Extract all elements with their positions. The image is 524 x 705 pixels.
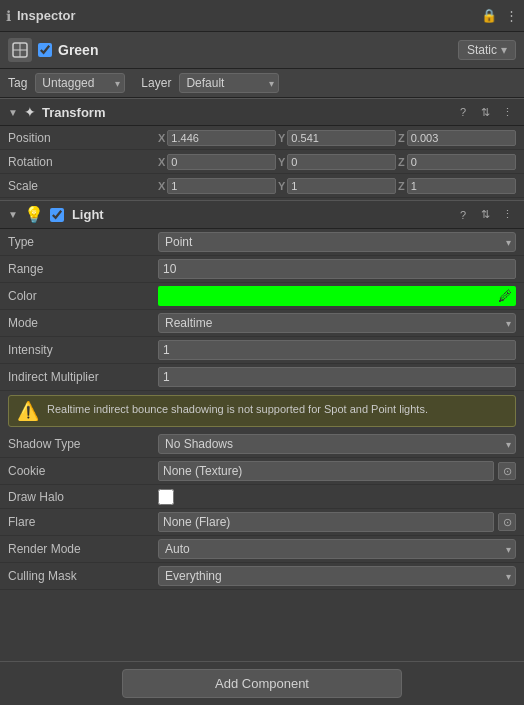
warning-box: ⚠️ Realtime indirect bounce shadowing is… <box>8 395 516 427</box>
position-x-label: X <box>158 132 165 144</box>
flare-input[interactable] <box>158 512 494 532</box>
transform-more-btn[interactable]: ⋮ <box>498 103 516 121</box>
layer-label: Layer <box>141 76 171 90</box>
position-z-input[interactable] <box>407 130 516 146</box>
light-color-label: Color <box>8 289 158 303</box>
tag-layer-row: Tag Untagged Layer Default <box>0 69 524 98</box>
cookie-row: Cookie ⊙ <box>0 458 524 485</box>
rotation-y-input[interactable] <box>287 154 396 170</box>
layer-dropdown[interactable]: Default <box>179 73 279 93</box>
culling-mask-dropdown[interactable]: Everything Nothing Default <box>158 566 516 586</box>
position-z-label: Z <box>398 132 405 144</box>
scale-y-input[interactable] <box>287 178 396 194</box>
flare-picker-btn[interactable]: ⊙ <box>498 513 516 531</box>
render-mode-dropdown-container: Auto Important Not Important <box>158 539 516 559</box>
rotation-values: X Y Z <box>158 154 516 170</box>
light-range-input[interactable] <box>158 259 516 279</box>
flare-row: Flare ⊙ <box>0 509 524 536</box>
position-y-input[interactable] <box>287 130 396 146</box>
tag-dropdown-container: Untagged <box>35 73 125 93</box>
scale-values: X Y Z <box>158 178 516 194</box>
light-type-dropdown[interactable]: Point <box>158 232 516 252</box>
add-component-button[interactable]: Add Component <box>122 669 402 698</box>
light-section-header: ▼ 💡 Light ? ⇅ ⋮ <box>0 200 524 229</box>
object-header: Green Static ▾ <box>0 32 524 69</box>
light-enabled-checkbox[interactable] <box>50 208 64 222</box>
render-mode-label: Render Mode <box>8 542 158 556</box>
light-help-btn[interactable]: ? <box>454 206 472 224</box>
scale-z-input[interactable] <box>407 178 516 194</box>
transform-properties: Position X Y Z Rotation <box>0 126 524 198</box>
static-dropdown-arrow[interactable]: ▾ <box>501 43 507 57</box>
rotation-z-input[interactable] <box>407 154 516 170</box>
draw-halo-row: Draw Halo <box>0 485 524 509</box>
light-indirect-row: Indirect Multiplier <box>0 364 524 391</box>
tag-dropdown[interactable]: Untagged <box>35 73 125 93</box>
transform-help-btn[interactable]: ? <box>454 103 472 121</box>
position-values: X Y Z <box>158 130 516 146</box>
shadow-type-dropdown-container: No Shadows Hard Shadows Soft Shadows <box>158 434 516 454</box>
light-mode-label: Mode <box>8 316 158 330</box>
rotation-y-label: Y <box>278 156 285 168</box>
scale-x-label: X <box>158 180 165 192</box>
position-y-label: Y <box>278 132 285 144</box>
inspector-icon: ℹ <box>6 8 11 24</box>
light-mode-dropdown-container: Realtime Mixed Baked <box>158 313 516 333</box>
render-mode-dropdown[interactable]: Auto Important Not Important <box>158 539 516 559</box>
light-mode-dropdown[interactable]: Realtime Mixed Baked <box>158 313 516 333</box>
inspector-title: Inspector <box>17 8 76 23</box>
light-mode-row: Mode Realtime Mixed Baked <box>0 310 524 337</box>
rotation-z-label: Z <box>398 156 405 168</box>
culling-mask-label: Culling Mask <box>8 569 158 583</box>
shadow-type-row: Shadow Type No Shadows Hard Shadows Soft… <box>0 431 524 458</box>
more-options-icon[interactable]: ⋮ <box>505 8 518 23</box>
static-section: Static ▾ <box>458 40 516 60</box>
layer-dropdown-container: Default <box>179 73 279 93</box>
draw-halo-checkbox[interactable] <box>158 489 174 505</box>
transform-settings-btn[interactable]: ⇅ <box>476 103 494 121</box>
bottom-bar: Add Component <box>0 661 524 705</box>
shadow-type-dropdown[interactable]: No Shadows Hard Shadows Soft Shadows <box>158 434 516 454</box>
rotation-row: Rotation X Y Z <box>0 150 524 174</box>
light-collapse-arrow[interactable]: ▼ <box>8 209 18 220</box>
light-indirect-label: Indirect Multiplier <box>8 370 158 384</box>
culling-mask-row: Culling Mask Everything Nothing Default <box>0 563 524 590</box>
light-intensity-row: Intensity <box>0 337 524 364</box>
culling-mask-dropdown-container: Everything Nothing Default <box>158 566 516 586</box>
light-type-row: Type Point <box>0 229 524 256</box>
transform-icon: ✦ <box>24 104 36 120</box>
light-more-btn[interactable]: ⋮ <box>498 206 516 224</box>
cookie-field: ⊙ <box>158 461 516 481</box>
lock-icon[interactable]: 🔒 <box>481 8 497 23</box>
rotation-label: Rotation <box>8 155 158 169</box>
light-range-row: Range <box>0 256 524 283</box>
transform-section-header: ▼ ✦ Transform ? ⇅ ⋮ <box>0 98 524 126</box>
light-icon: 💡 <box>24 205 44 224</box>
flare-label: Flare <box>8 515 158 529</box>
light-indirect-input[interactable] <box>158 367 516 387</box>
rotation-x-input[interactable] <box>167 154 276 170</box>
flare-field: ⊙ <box>158 512 516 532</box>
light-type-label: Type <box>8 235 158 249</box>
light-title: Light <box>72 207 448 222</box>
scale-label: Scale <box>8 179 158 193</box>
cookie-input[interactable] <box>158 461 494 481</box>
cookie-picker-btn[interactable]: ⊙ <box>498 462 516 480</box>
light-intensity-input[interactable] <box>158 340 516 360</box>
title-bar: ℹ Inspector 🔒 ⋮ <box>0 0 524 32</box>
static-button[interactable]: Static ▾ <box>458 40 516 60</box>
position-label: Position <box>8 131 158 145</box>
position-x-input[interactable] <box>167 130 276 146</box>
draw-halo-label: Draw Halo <box>8 490 158 504</box>
scale-x-input[interactable] <box>167 178 276 194</box>
light-settings-btn[interactable]: ⇅ <box>476 206 494 224</box>
light-color-swatch[interactable]: 🖉 <box>158 286 516 306</box>
scale-row: Scale X Y Z <box>0 174 524 198</box>
object-enabled-checkbox[interactable] <box>38 43 52 57</box>
scale-z-label: Z <box>398 180 405 192</box>
warning-icon: ⚠️ <box>17 402 39 420</box>
scale-y-label: Y <box>278 180 285 192</box>
transform-collapse-arrow[interactable]: ▼ <box>8 107 18 118</box>
tag-label: Tag <box>8 76 27 90</box>
position-row: Position X Y Z <box>0 126 524 150</box>
